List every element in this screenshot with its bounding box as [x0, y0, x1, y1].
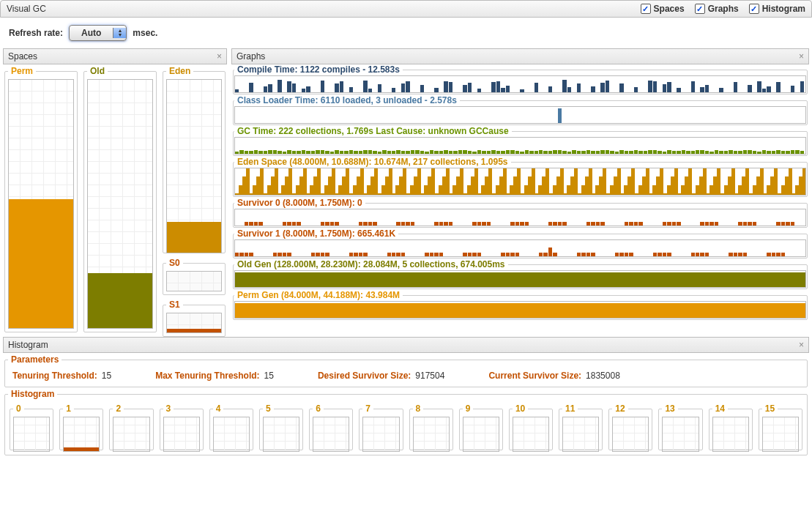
toggle-spaces[interactable]: ✓Spaces	[641, 4, 685, 14]
current-survivor-size: Current Survivor Size:1835008	[488, 371, 619, 381]
desired-survivor-size: Desired Survivor Size:917504	[318, 371, 444, 381]
perm-space: Perm	[4, 66, 78, 332]
close-icon[interactable]: ×	[799, 51, 804, 62]
spaces-panel: Spaces × Perm Old Eden S0	[3, 48, 227, 334]
toggle-graphs[interactable]: ✓Graphs	[695, 4, 739, 14]
tenuring-threshold: Tenuring Threshold:15	[12, 371, 111, 381]
chevron-updown-icon: ▲▼	[113, 28, 126, 38]
hist-bin-15: 15	[757, 402, 804, 452]
parameters-fieldset: Parameters Tenuring Threshold:15 Max Ten…	[4, 354, 808, 387]
old-space: Old	[83, 66, 157, 332]
s0-graph: Survivor 0 (8.000M, 1.750M): 0	[233, 198, 808, 228]
hist-bin-4: 4	[208, 402, 255, 452]
compile-time-graph: Compile Time: 1122 compiles - 12.583s	[233, 64, 808, 94]
hist-bin-9: 9	[458, 402, 504, 452]
perm-graph: Perm Gen (84.000M, 44.188M): 43.984M	[233, 290, 808, 320]
spaces-header: Spaces ×	[3, 48, 227, 64]
hist-bin-1: 1	[58, 402, 105, 452]
toggle-histogram[interactable]: ✓Histogram	[749, 4, 805, 14]
hist-bin-10: 10	[507, 402, 554, 452]
title-bar: Visual GC ✓Spaces ✓Graphs ✓Histogram	[0, 0, 812, 18]
histogram-header: Histogram ×	[3, 337, 809, 353]
max-tenuring-threshold: Max Tenuring Threshold:15	[155, 371, 274, 381]
histogram-fieldset: Histogram 0123456789101112131415	[4, 389, 808, 455]
hist-bin-8: 8	[408, 402, 455, 452]
check-icon: ✓	[749, 4, 759, 14]
classloader-graph: Class Loader Time: 6110 loaded, 3 unload…	[233, 95, 808, 125]
hist-bin-2: 2	[108, 402, 154, 452]
graphs-header: Graphs ×	[231, 48, 809, 64]
toolbar: Refresh rate: Auto ▲▼ msec.	[0, 18, 812, 48]
hist-bin-14: 14	[707, 402, 754, 452]
app-title: Visual GC	[7, 4, 46, 14]
view-toggles: ✓Spaces ✓Graphs ✓Histogram	[641, 4, 805, 14]
gc-time-graph: GC Time: 222 collections, 1.769s Last Ca…	[233, 126, 808, 156]
hist-bin-7: 7	[357, 402, 404, 452]
hist-bin-6: 6	[308, 402, 354, 452]
refresh-unit: msec.	[133, 28, 157, 38]
hist-bin-3: 3	[158, 402, 205, 452]
hist-bin-0: 0	[8, 402, 55, 452]
refresh-label: Refresh rate:	[9, 28, 63, 38]
hist-bin-12: 12	[607, 402, 654, 452]
histogram-panel: Histogram × Parameters Tenuring Threshol…	[3, 337, 809, 455]
s0-space: S0	[163, 258, 226, 295]
s1-space: S1	[163, 299, 226, 337]
refresh-select[interactable]: Auto ▲▼	[69, 25, 127, 41]
old-graph: Old Gen (128.000M, 28.230M): 28.084M, 5 …	[233, 259, 808, 289]
s1-graph: Survivor 1 (8.000M, 1.750M): 665.461K	[233, 228, 808, 258]
eden-space: Eden	[163, 66, 226, 253]
hist-bin-13: 13	[657, 402, 704, 452]
close-icon[interactable]: ×	[799, 340, 804, 350]
close-icon[interactable]: ×	[217, 51, 222, 62]
check-icon: ✓	[641, 4, 651, 14]
check-icon: ✓	[695, 4, 705, 14]
hist-bin-5: 5	[258, 402, 305, 452]
eden-graph: Eden Space (48.000M, 10.688M): 10.674M, …	[233, 157, 808, 197]
hist-bin-11: 11	[557, 402, 604, 452]
graphs-panel: Graphs × Compile Time: 1122 compiles - 1…	[231, 48, 809, 334]
